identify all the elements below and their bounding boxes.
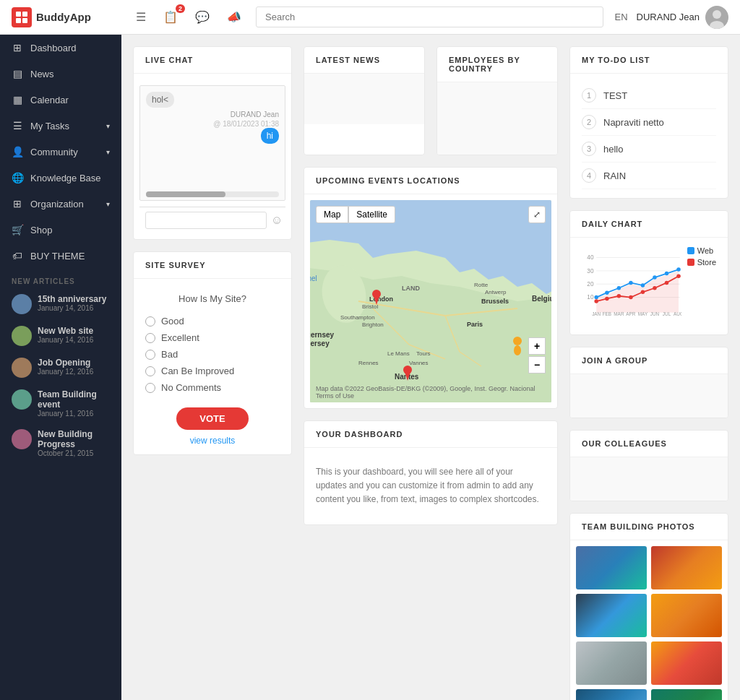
map-mode-satellite[interactable]: Satellite [348, 206, 395, 223]
sidebar-item-knowledge[interactable]: 🌐 Knowledge Base [0, 165, 121, 191]
megaphone-icon[interactable]: 📣 [224, 7, 244, 27]
upcoming-events-body: LAND Bristol London Southampton Brighton… [304, 194, 557, 408]
sidebar-item-buy-theme[interactable]: 🏷 BUY THEME [0, 243, 121, 269]
daily-chart-card: DAILY CHART 40 30 20 10 [569, 210, 728, 335]
sidebar-label-community: Community [30, 147, 99, 157]
language-selector[interactable]: EN [615, 12, 628, 22]
map-mode-map[interactable]: Map [316, 206, 348, 223]
chat-msg-them: hol< [146, 92, 279, 111]
photo-3[interactable] [651, 594, 722, 637]
radio-circle-bad [145, 350, 155, 360]
sidebar-item-dashboard[interactable]: ⊞ Dashboard [0, 35, 121, 61]
svg-text:JAN: JAN [592, 311, 601, 316]
daily-chart-header: DAILY CHART [570, 211, 728, 238]
svg-point-64 [641, 290, 645, 295]
sidebar-item-news[interactable]: ▤ News [0, 61, 121, 87]
sidebar-label-org: Organization [30, 199, 99, 209]
article-title-1: New Web site [38, 326, 93, 336]
map-expand-icon[interactable]: ⤢ [528, 206, 546, 223]
join-group-card: JOIN A GROUP [569, 347, 728, 418]
tasks-chevron: ▾ [106, 122, 110, 130]
photo-1[interactable] [651, 546, 722, 589]
legend-dot-store [687, 259, 694, 266]
org-icon: ⊞ [12, 198, 23, 209]
article-title-0: 15th anniversary [38, 294, 106, 304]
radio-excellent[interactable]: Excellent [145, 329, 280, 346]
photo-6[interactable] [576, 689, 647, 700]
shop-icon: 🛒 [12, 224, 23, 236]
sidebar-article-4[interactable]: New Building Progress October 21, 2015 [0, 423, 121, 463]
article-info-2: Job Opening January 12, 2016 [38, 358, 93, 376]
sidebar-label-buy: BUY THEME [30, 251, 110, 262]
svg-text:Brighton: Brighton [362, 321, 384, 328]
notifications-icon[interactable]: 📋 2 [160, 7, 181, 27]
search-input[interactable] [256, 7, 603, 27]
svg-text:English Channel: English Channel [310, 275, 317, 282]
radio-no-comments[interactable]: No Comments [145, 379, 280, 396]
main-layout: LIVE CHAT hol< DURAND Jean @ 18/01/2023 … [133, 46, 728, 700]
todo-item-1[interactable]: 2 Napraviti netto [582, 109, 716, 136]
todo-item-0[interactable]: 1 TEST [582, 82, 716, 109]
article-title-3: Team Building event [38, 389, 110, 410]
radio-circle-no-comments [145, 383, 155, 393]
radio-label-excellent: Excellent [161, 332, 199, 343]
svg-text:JUN: JUN [650, 311, 660, 316]
sidebar-item-organization[interactable]: ⊞ Organization ▾ [0, 191, 121, 217]
article-avatar-0 [12, 294, 32, 314]
svg-text:MAY: MAY [638, 311, 648, 316]
sidebar-article-1[interactable]: New Web site January 14, 2016 [0, 320, 121, 352]
photo-0[interactable] [576, 546, 647, 589]
radio-label-good: Good [161, 316, 184, 327]
vote-button[interactable]: VOTE [176, 407, 248, 430]
todo-item-3[interactable]: 4 RAIN [582, 163, 716, 189]
article-info-3: Team Building event January 11, 2016 [38, 389, 110, 418]
svg-point-67 [676, 274, 681, 278]
chat-icon[interactable]: 💬 [192, 7, 212, 27]
logo[interactable]: BuddyApp [12, 7, 133, 27]
svg-rect-3 [22, 18, 27, 23]
sidebar-item-my-tasks[interactable]: ☰ My Tasks ▾ [0, 113, 121, 139]
svg-point-59 [676, 267, 681, 272]
emoji-icon[interactable]: ☺ [271, 214, 283, 227]
article-avatar-2 [12, 358, 32, 378]
svg-text:Bristol: Bristol [362, 303, 378, 310]
view-results-link[interactable]: view results [145, 436, 280, 446]
photo-5[interactable] [651, 641, 722, 685]
your-dashboard-card: YOUR DASHBOARD This is your dashboard, y… [304, 420, 558, 525]
menu-icon[interactable]: ☰ [133, 7, 149, 27]
svg-point-53 [605, 290, 609, 295]
svg-rect-1 [22, 12, 27, 17]
map-zoom-out[interactable]: − [528, 356, 546, 373]
left-column: LIVE CHAT hol< DURAND Jean @ 18/01/2023 … [133, 46, 292, 700]
chat-scrollbar[interactable] [146, 191, 279, 197]
user-avatar [705, 6, 728, 29]
community-icon: 👤 [12, 146, 23, 157]
radio-can-be-improved[interactable]: Can Be Improved [145, 363, 280, 379]
radio-bad[interactable]: Bad [145, 346, 280, 363]
chat-msg-mine-container: DURAND Jean @ 18/01/2023 01:38 hi [146, 111, 279, 144]
svg-text:FEB: FEB [603, 311, 611, 316]
chart-container: 40 30 20 10 [582, 246, 716, 326]
site-survey-body: How Is My Site? Good Excellent Bad [134, 279, 291, 454]
todo-item-2[interactable]: 3 hello [582, 136, 716, 163]
radio-circle-improved [145, 366, 155, 376]
map-zoom-in[interactable]: + [528, 337, 546, 355]
sidebar-item-calendar[interactable]: ▦ Calendar [0, 87, 121, 113]
photo-4[interactable] [576, 641, 647, 685]
map-svg: LAND Bristol London Southampton Brighton… [310, 200, 551, 402]
map-zoom-controls: + − [528, 337, 546, 373]
photo-2[interactable] [576, 594, 647, 637]
legend-label-store: Store [697, 258, 716, 267]
sidebar-item-community[interactable]: 👤 Community ▾ [0, 139, 121, 165]
radio-good[interactable]: Good [145, 313, 280, 329]
photo-7[interactable] [651, 689, 722, 700]
sidebar-article-3[interactable]: Team Building event January 11, 2016 [0, 384, 121, 423]
article-avatar-4 [12, 429, 32, 449]
svg-rect-0 [16, 12, 21, 17]
sidebar-article-0[interactable]: 15th anniversary January 14, 2016 [0, 288, 121, 320]
sidebar-item-shop[interactable]: 🛒 Shop [0, 217, 121, 243]
chat-input[interactable] [145, 212, 267, 229]
user-area[interactable]: DURAND Jean [637, 6, 728, 29]
sidebar-article-2[interactable]: Job Opening January 12, 2016 [0, 352, 121, 384]
svg-text:Belgium: Belgium [532, 295, 551, 303]
